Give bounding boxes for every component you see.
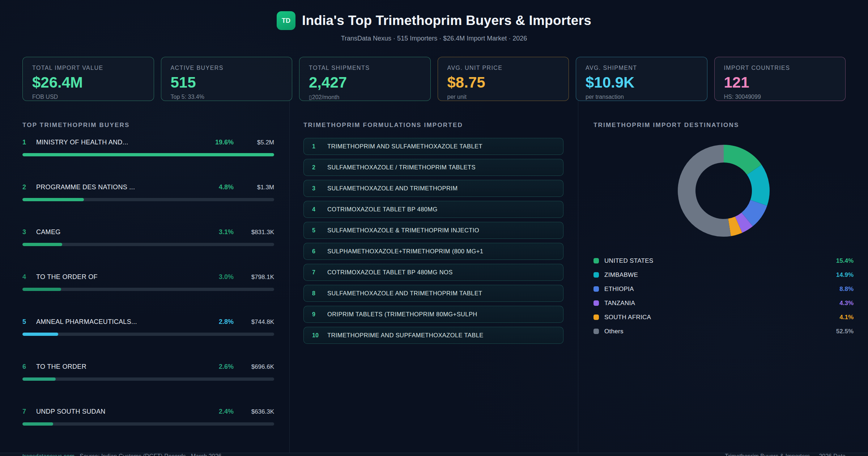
legend-percent: 14.9% xyxy=(836,271,854,279)
buyer-bar-fill xyxy=(22,422,53,426)
formulation-item[interactable]: 1 TRIMETHOPRIM AND SULFAMETHOXAZOLE TABL… xyxy=(303,138,563,155)
buyer-row: 7 UNDP SOUTH SUDAN 2.4% $636.3K xyxy=(22,408,274,426)
formulation-item[interactable]: 3 SULFAMETHOXAZOLE AND TRIMETHOPRIM xyxy=(303,180,563,197)
stat-card-total-shipments: TOTAL SHIPMENTS 2,427 ▯202/month xyxy=(299,57,431,101)
stat-label: AVG. SHIPMENT xyxy=(586,65,698,71)
stat-card-avg-shipment: AVG. SHIPMENT $10.9K per transaction xyxy=(576,57,707,101)
formulation-item[interactable]: 2 SULFAMETHOXAZOLE / TRIMETHOPRIM TABLET… xyxy=(303,159,563,176)
stat-sub: per transaction xyxy=(586,94,698,100)
buyer-name: CAMEG xyxy=(36,228,214,236)
title-row: TD India's Top Trimethoprim Buyers & Imp… xyxy=(0,11,868,30)
buyer-bar-track xyxy=(22,243,274,246)
stat-card-active-buyers: ACTIVE BUYERS 515 Top 5: 33.4% xyxy=(161,57,293,101)
buyer-percent: 3.0% xyxy=(219,273,234,281)
buyer-bar-track xyxy=(22,377,274,381)
legend-label: Others xyxy=(604,328,624,335)
buyer-name: PROGRAMME DES NATIONS ... xyxy=(36,183,214,191)
formulation-rank: 7 xyxy=(312,269,327,276)
formulation-item[interactable]: 5 SULFAMETHOXAZOLE & TRIMETHOPRIM INJECT… xyxy=(303,222,563,239)
stat-value: $8.75 xyxy=(447,75,559,90)
buyer-row: 4 TO THE ORDER OF 3.0% $798.1K xyxy=(22,273,274,291)
formulation-name: SULPHAMETHOXAZOLE+TRIMETHOPRIM (800 MG+1 xyxy=(327,248,483,255)
buyer-name: MINISTRY OF HEALTH AND... xyxy=(36,139,210,146)
buyer-rank: 4 xyxy=(22,273,36,281)
stat-value: 121 xyxy=(724,75,836,90)
stat-label: IMPORT COUNTRIES xyxy=(724,65,836,71)
buyer-percent: 19.6% xyxy=(215,139,234,146)
formulation-name: COTRIMOXAZOLE TABLET BP 480MG xyxy=(327,206,438,213)
stats-row: TOTAL IMPORT VALUE $26.4M FOB USD ACTIVE… xyxy=(0,57,868,101)
formulation-item[interactable]: 7 COTRIMOXAZOLE TABLET BP 480MG NOS xyxy=(303,264,563,281)
buyer-name: TO THE ORDER OF xyxy=(36,273,214,281)
destinations-heading: TRIMETHOPRIM IMPORT DESTINATIONS xyxy=(593,121,854,129)
legend-label: ETHIOPIA xyxy=(604,286,634,293)
formulation-rank: 6 xyxy=(312,248,327,255)
stat-value: $10.9K xyxy=(586,75,698,90)
buyer-value: $5.2M xyxy=(239,139,274,146)
formulations-heading: TRIMETHOPRIM FORMULATIONS IMPORTED xyxy=(303,121,563,129)
buyer-name: UNDP SOUTH SUDAN xyxy=(36,408,214,415)
buyer-rank: 7 xyxy=(22,408,36,415)
footer-source-text: · Source: Indian Customs (DGFT) Records … xyxy=(75,453,221,456)
destinations-legend: UNITED STATES 15.4% ZIMBABWE 14.9% ETHIO… xyxy=(593,254,854,338)
legend-item: Others 52.5% xyxy=(593,324,854,338)
buyer-bar-track xyxy=(22,422,274,426)
buyer-bar-track xyxy=(22,198,274,201)
main-content: TOP TRIMETHOPRIM BUYERS 1 MINISTRY OF HE… xyxy=(0,101,868,453)
buyer-bar-fill xyxy=(22,333,58,336)
buyer-percent: 2.8% xyxy=(219,318,234,326)
buyer-bar-track xyxy=(22,153,274,156)
legend-swatch xyxy=(593,300,599,306)
stat-label: TOTAL IMPORT VALUE xyxy=(32,65,144,71)
formulation-item[interactable]: 6 SULPHAMETHOXAZOLE+TRIMETHOPRIM (800 MG… xyxy=(303,243,563,260)
legend-label: TANZANIA xyxy=(604,300,635,307)
formulation-name: ORIPRIM TABLETS (TRIMETHOPRIM 80MG+SULPH xyxy=(327,311,477,318)
app-logo: TD xyxy=(277,11,295,30)
stat-label: ACTIVE BUYERS xyxy=(171,65,283,71)
destinations-panel: TRIMETHOPRIM IMPORT DESTINATIONS UNITED … xyxy=(578,101,868,453)
stat-card-avg-unit-price: AVG. UNIT PRICE $8.75 per unit xyxy=(438,57,569,101)
formulation-rank: 8 xyxy=(312,290,327,297)
stat-value: $26.4M xyxy=(32,75,144,90)
buyer-row: 3 CAMEG 3.1% $831.3K xyxy=(22,228,274,246)
stat-sub: HS: 30049099 xyxy=(724,94,836,100)
stat-label: TOTAL SHIPMENTS xyxy=(309,65,421,71)
legend-percent: 4.3% xyxy=(839,300,854,307)
donut-chart xyxy=(677,144,771,238)
formulation-rank: 10 xyxy=(312,332,327,339)
formulation-item[interactable]: 9 ORIPRIM TABLETS (TRIMETHOPRIM 80MG+SUL… xyxy=(303,306,563,323)
formulation-name: SULFAMETHOXAZOLE / TRIMETHOPRIM TABLETS xyxy=(327,164,476,171)
buyer-value: $696.6K xyxy=(239,363,274,371)
buyer-percent: 2.4% xyxy=(219,408,234,415)
buyer-name: AMNEAL PHARMACEUTICALS... xyxy=(36,318,214,326)
formulation-rank: 2 xyxy=(312,164,327,171)
buyer-rank: 2 xyxy=(22,183,36,191)
formulation-item[interactable]: 8 SULFAMETHOXAZOLE AND TRIMETHOPRIM TABL… xyxy=(303,285,563,302)
formulation-name: TRIMETHOPRIME AND SUPFAMETHOXAZOLE TABLE xyxy=(327,332,484,339)
buyer-row: 2 PROGRAMME DES NATIONS ... 4.8% $1.3M xyxy=(22,183,274,201)
buyer-rank: 3 xyxy=(22,228,36,236)
page-title: India's Top Trimethoprim Buyers & Import… xyxy=(302,13,591,28)
legend-item: SOUTH AFRICA 4.1% xyxy=(593,310,854,324)
footer-report-title: Trimethoprim Buyers & Importers — 2026 D… xyxy=(725,453,846,456)
buyer-value: $831.3K xyxy=(239,229,274,236)
formulation-item[interactable]: 4 COTRIMOXAZOLE TABLET BP 480MG xyxy=(303,201,563,218)
formulation-name: SULFAMETHOXAZOLE AND TRIMETHOPRIM xyxy=(327,185,458,192)
stat-card-total-import-value: TOTAL IMPORT VALUE $26.4M FOB USD xyxy=(22,57,154,101)
buyer-rank: 5 xyxy=(22,318,36,326)
legend-item: ETHIOPIA 8.8% xyxy=(593,282,854,296)
formulation-name: COTRIMOXAZOLE TABLET BP 480MG NOS xyxy=(327,269,453,276)
stat-sub: FOB USD xyxy=(32,94,144,100)
buyer-bar-fill xyxy=(22,288,61,291)
buyer-row: 5 AMNEAL PHARMACEUTICALS... 2.8% $744.8K xyxy=(22,318,274,336)
buyer-bar-fill xyxy=(22,198,84,201)
stat-sub: per unit xyxy=(447,94,559,100)
legend-label: SOUTH AFRICA xyxy=(604,314,651,321)
legend-percent: 15.4% xyxy=(836,257,854,265)
buyer-bar-track xyxy=(22,288,274,291)
buyer-bar-fill xyxy=(22,243,62,246)
formulation-rank: 9 xyxy=(312,311,327,318)
formulation-rank: 1 xyxy=(312,143,327,150)
legend-item: ZIMBABWE 14.9% xyxy=(593,268,854,282)
formulation-item[interactable]: 10 TRIMETHOPRIME AND SUPFAMETHOXAZOLE TA… xyxy=(303,327,563,344)
